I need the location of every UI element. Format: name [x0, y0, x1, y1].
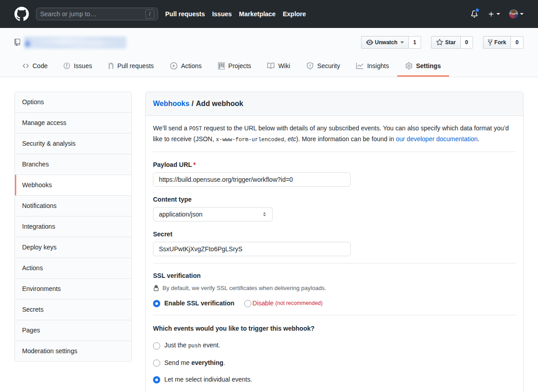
payload-url-input[interactable]	[153, 172, 351, 187]
search-placeholder: Search or jump to…	[40, 10, 97, 18]
individual-events-radio[interactable]	[153, 376, 160, 383]
nav-pull-requests[interactable]: Pull requests	[165, 10, 205, 18]
content-type-select[interactable]: application/json	[153, 207, 273, 221]
sidebar-item-environments[interactable]: Environments	[15, 278, 131, 299]
tab-settings[interactable]: Settings	[397, 56, 449, 77]
tab-issues[interactable]: Issues	[56, 56, 100, 77]
events-heading: Which events would you like to trigger t…	[153, 324, 516, 333]
sidebar-item-options[interactable]: Options	[15, 92, 131, 112]
webhook-panel: Webhooks/Add webhook We’ll send a POST r…	[145, 92, 524, 392]
just-push-radio[interactable]	[153, 342, 160, 350]
divider	[153, 263, 516, 263]
star-button[interactable]: Star	[431, 36, 460, 49]
unwatch-button[interactable]: Unwatch	[361, 36, 409, 49]
event-option-everything: Send me everything.	[153, 358, 516, 368]
enable-ssl-label: Enable SSL verification	[164, 299, 234, 308]
fork-button[interactable]: Fork	[483, 36, 511, 49]
tab-projects[interactable]: Projects	[210, 56, 260, 77]
secret-label: Secret	[153, 230, 516, 239]
divider	[153, 315, 516, 315]
payload-url-group: Payload URL*	[153, 160, 516, 187]
divider	[153, 152, 516, 152]
book-icon	[267, 62, 274, 69]
user-menu[interactable]	[509, 9, 524, 18]
secret-group: Secret	[153, 230, 516, 256]
repo-tabs: Code Issues Pull requests Actions Projec…	[0, 56, 538, 77]
secret-input[interactable]	[153, 242, 351, 256]
tab-actions[interactable]: Actions	[162, 56, 210, 77]
tab-wiki[interactable]: Wiki	[259, 56, 298, 77]
shield-icon	[306, 62, 314, 69]
issue-icon	[64, 62, 70, 69]
code-icon	[23, 62, 29, 69]
chevron-down-icon	[520, 13, 524, 15]
slash-shortcut-hint: /	[145, 9, 154, 18]
content-type-group: Content type application/json	[153, 195, 516, 221]
watch-button-group: Unwatch 1	[361, 36, 422, 49]
ssl-options: Enable SSL verification Disable (not rec…	[153, 299, 516, 308]
disable-ssl-radio[interactable]	[244, 300, 251, 307]
nav-marketplace[interactable]: Marketplace	[239, 10, 276, 18]
breadcrumb: Webhooks/Add webhook	[146, 92, 523, 116]
repo-icon	[14, 39, 20, 46]
sidebar-item-manage-access[interactable]: Manage access	[15, 112, 131, 133]
developer-documentation-link[interactable]: our developer documentation	[396, 135, 478, 143]
graph-icon	[356, 62, 363, 69]
notification-dot	[475, 8, 480, 13]
fork-icon	[488, 39, 492, 46]
content-type-label: Content type	[153, 195, 516, 204]
header-nav: Pull requests Issues Marketplace Explore	[165, 10, 306, 18]
payload-url-label: Payload URL*	[153, 160, 516, 170]
repo-name-redacted[interactable]	[24, 37, 126, 49]
sidebar-item-integrations[interactable]: Integrations	[15, 216, 131, 237]
star-count[interactable]: 0	[461, 36, 473, 49]
pull-request-icon	[108, 62, 114, 69]
create-new-button[interactable]	[488, 11, 500, 18]
sidebar-item-secrets[interactable]: Secrets	[15, 299, 131, 320]
sidebar-item-pages[interactable]: Pages	[15, 320, 131, 341]
sidebar-item-notifications[interactable]: Notifications	[15, 195, 131, 216]
chevron-down-icon	[496, 13, 500, 15]
fork-count[interactable]: 0	[511, 36, 524, 49]
star-button-group: Star 0	[431, 36, 473, 49]
breadcrumb-webhooks-link[interactable]: Webhooks	[153, 100, 190, 107]
star-icon	[436, 39, 443, 46]
nav-explore[interactable]: Explore	[283, 10, 306, 18]
webhook-intro: We’ll send a POST request to the URL bel…	[153, 123, 516, 145]
select-caret-icon	[261, 211, 268, 217]
event-option-push: Just the push event.	[153, 341, 516, 351]
search-input[interactable]: Search or jump to… /	[36, 8, 158, 20]
plus-icon	[488, 11, 495, 18]
sidebar-item-branches[interactable]: Branches	[15, 154, 131, 175]
gear-icon	[405, 62, 413, 69]
repo-header: Unwatch 1 Star 0 Fork 0	[0, 28, 538, 77]
tab-insights[interactable]: Insights	[348, 56, 397, 77]
sidebar-item-security-analysis[interactable]: Security & analysis	[15, 133, 131, 154]
disable-ssl-label: Disable	[252, 299, 274, 308]
github-logo[interactable]	[14, 7, 29, 21]
sidebar-item-deploy-keys[interactable]: Deploy keys	[15, 237, 131, 258]
send-everything-radio[interactable]	[153, 360, 160, 367]
page-title: Add webhook	[196, 100, 243, 107]
tab-code[interactable]: Code	[14, 56, 56, 77]
settings-sidebar: Options Manage access Security & analysi…	[14, 92, 132, 362]
avatar	[509, 9, 518, 18]
watch-count[interactable]: 1	[409, 36, 422, 49]
project-icon	[218, 62, 225, 69]
disable-ssl-note: (not recommended)	[275, 299, 323, 308]
tab-pull-requests[interactable]: Pull requests	[100, 56, 162, 77]
sidebar-item-moderation-settings[interactable]: Moderation settings	[15, 341, 131, 361]
chevron-down-icon	[400, 42, 404, 43]
notifications-button[interactable]	[471, 10, 478, 18]
eye-icon	[366, 39, 373, 46]
nav-issues[interactable]: Issues	[212, 10, 232, 18]
sidebar-item-webhooks[interactable]: Webhooks	[15, 175, 131, 195]
tab-security[interactable]: Security	[298, 56, 348, 77]
ssl-note: By default, we verify SSL certificates w…	[153, 285, 516, 291]
enable-ssl-radio[interactable]	[153, 300, 160, 307]
lock-icon	[153, 285, 159, 291]
sidebar-item-actions[interactable]: Actions	[15, 258, 131, 278]
fork-button-group: Fork 0	[483, 36, 524, 49]
global-header: Search or jump to… / Pull requests Issue…	[0, 0, 538, 28]
ssl-verification-heading: SSL verification	[153, 271, 516, 281]
